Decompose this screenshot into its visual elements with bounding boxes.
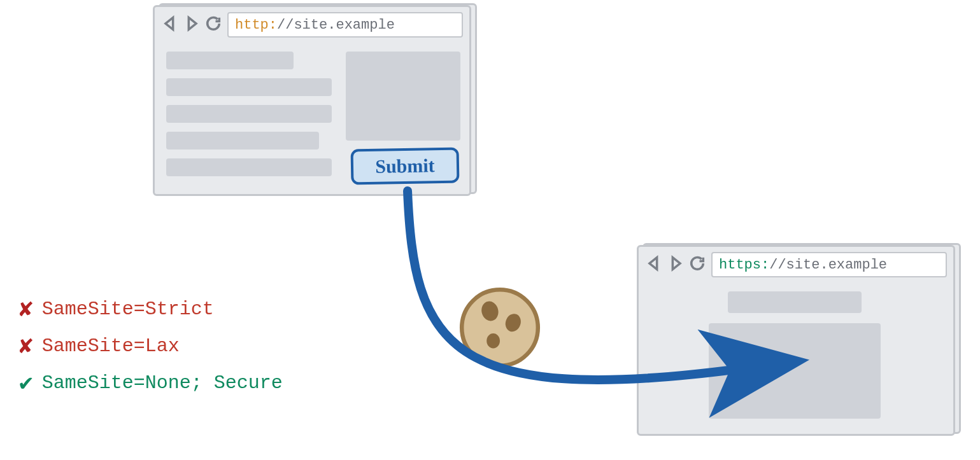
- url-host: //site.example: [277, 17, 395, 33]
- url-scheme: http:: [235, 17, 277, 33]
- content-placeholder: [166, 78, 332, 96]
- cross-icon: ✘: [19, 295, 33, 323]
- svg-point-3: [486, 333, 500, 348]
- browser-window-source: http://site.example Submit: [153, 5, 471, 196]
- content-placeholder: [728, 291, 862, 313]
- legend-label-none: SameSite=None; Secure: [42, 372, 283, 394]
- back-icon[interactable]: [161, 15, 179, 36]
- address-bar[interactable]: http://site.example: [227, 12, 463, 38]
- browser-toolbar: https://site.example: [639, 247, 953, 282]
- content-placeholder: [166, 52, 294, 69]
- check-icon: ✔: [19, 369, 33, 397]
- cross-icon: ✘: [19, 332, 33, 360]
- legend-label-strict: SameSite=Strict: [42, 298, 214, 320]
- submit-button[interactable]: Submit: [351, 148, 460, 185]
- content-placeholder: [709, 323, 881, 419]
- legend-row-strict: ✘ SameSite=Strict: [19, 295, 283, 323]
- forward-icon[interactable]: [183, 15, 201, 36]
- samesite-legend: ✘ SameSite=Strict ✘ SameSite=Lax ✔ SameS…: [19, 286, 283, 406]
- legend-row-none: ✔ SameSite=None; Secure: [19, 369, 283, 397]
- browser-window-destination: https://site.example: [637, 245, 955, 436]
- submit-button-label: Submit: [375, 155, 435, 178]
- reload-icon[interactable]: [688, 254, 706, 275]
- content-placeholder: [166, 158, 332, 176]
- back-icon[interactable]: [645, 254, 663, 275]
- nav-icon-group: [645, 254, 706, 275]
- content-placeholder: [166, 105, 332, 123]
- reload-icon[interactable]: [204, 15, 222, 36]
- nav-icon-group: [161, 15, 222, 36]
- svg-point-0: [462, 289, 538, 366]
- content-placeholder: [166, 132, 319, 150]
- content-image-placeholder: [346, 52, 460, 141]
- address-bar[interactable]: https://site.example: [711, 252, 947, 277]
- legend-row-lax: ✘ SameSite=Lax: [19, 332, 283, 360]
- url-scheme: https:: [719, 257, 769, 273]
- forward-icon[interactable]: [667, 254, 685, 275]
- legend-label-lax: SameSite=Lax: [42, 335, 180, 357]
- cookie-icon: [458, 286, 541, 369]
- browser-toolbar: http://site.example: [155, 7, 469, 43]
- url-host: //site.example: [769, 257, 887, 273]
